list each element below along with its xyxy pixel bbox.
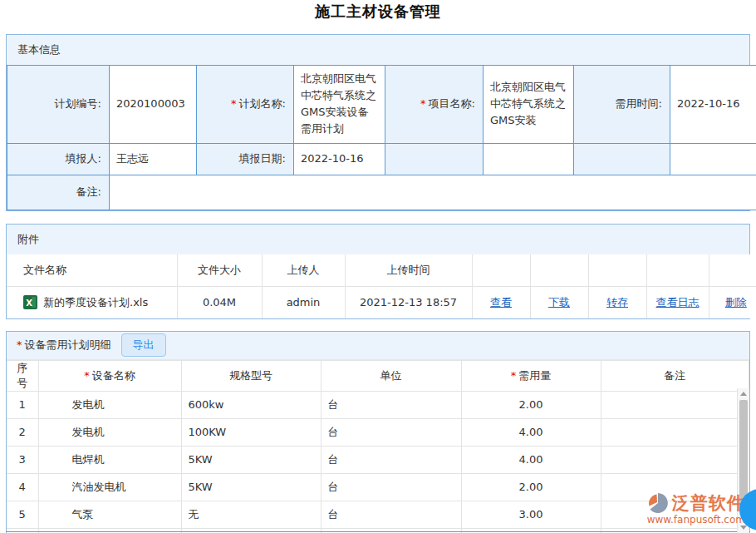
seq-cell: 5 [7, 501, 38, 528]
brand-url: www.fanpusoft.com [647, 514, 745, 526]
table-row: 5 气泵 无 台 3.00 [7, 501, 749, 528]
detail-section: *设备需用计划明细 导出 序号 *设备名称 规格型号 单位 *需用量 备注 1 … [6, 331, 750, 533]
fill-date-value: 2022-10-16 [294, 143, 385, 175]
remark-cell [601, 418, 749, 446]
action-cell: 查看 [472, 287, 530, 318]
field-label: 填报人: [66, 152, 101, 165]
need-time-label: 需用时间: [574, 66, 670, 144]
plan-no-label: 计划编号: [7, 66, 110, 144]
filler-value: 王志远 [110, 143, 197, 175]
field-label: 备注: [76, 185, 101, 198]
file-name-cell: X 新的季度设备计划.xls [7, 287, 177, 318]
qty-cell: 2.00 [461, 473, 601, 501]
seq-cell: 4 [7, 473, 38, 501]
device-name-header: *设备名称 [38, 360, 181, 391]
required-mark: * [84, 369, 90, 382]
action-cell: 转存 [588, 287, 646, 318]
unit-cell: 台 [321, 391, 461, 418]
empty-cell [574, 143, 670, 175]
remark-value [110, 175, 756, 210]
empty-cell [484, 143, 574, 175]
download-link[interactable]: 下载 [548, 296, 570, 308]
device-name-cell: 汽油发电机 [38, 473, 181, 501]
file-name-text: 新的季度设备计划.xls [43, 295, 148, 310]
seq-header: 序号 [7, 360, 38, 391]
svg-text:X: X [26, 299, 32, 308]
qty-cell: 4.00 [461, 418, 601, 446]
spec-cell: 100KW [181, 418, 321, 446]
empty-cell [530, 254, 588, 287]
brand-name: 泛普软件 [672, 491, 745, 515]
empty-cell [588, 254, 646, 287]
remark-cell [601, 391, 749, 418]
header-label: 需用量 [518, 369, 551, 382]
action-cell: 删除 [709, 287, 756, 318]
page-title: 施工主材设备管理 [0, 2, 756, 22]
upload-time-header: 上传时间 [345, 254, 472, 287]
view-log-link[interactable]: 查看日志 [656, 296, 700, 308]
header-label: 设备名称 [92, 369, 135, 382]
qty-cell: 4.00 [461, 446, 601, 473]
unit-header: 单位 [321, 360, 461, 391]
section-bottom-border [6, 531, 750, 532]
table-row: 填报人: 王志远 填报日期: 2022-10-16 [7, 143, 756, 175]
remark-cell [601, 446, 749, 473]
attachments-table: 文件名称 文件大小 上传人 上传时间 X 新的季度设备计划.xls 0.04M … [7, 254, 756, 318]
file-size-cell: 0.04M [177, 287, 262, 318]
table-row: 1 发电机 600kw 台 2.00 [7, 391, 749, 418]
unit-cell: 台 [321, 446, 461, 473]
uploader-header: 上传人 [262, 254, 345, 287]
view-link[interactable]: 查看 [490, 296, 512, 308]
delete-link[interactable]: 删除 [725, 296, 747, 308]
detail-table: 序号 *设备名称 规格型号 单位 *需用量 备注 1 发电机 600kw 台 2… [7, 360, 749, 533]
export-button[interactable]: 导出 [121, 333, 166, 357]
qty-cell: 2.00 [461, 391, 601, 418]
fanpu-logo-icon [647, 492, 669, 514]
field-label: 计划名称: [239, 97, 286, 110]
table-row: 4 汽油发电机 5KW 台 2.00 [7, 473, 749, 501]
spec-cell: 无 [181, 501, 321, 528]
required-mark: * [231, 97, 237, 110]
remark-header: 备注 [601, 360, 749, 391]
empty-cell [646, 254, 709, 287]
filler-label: 填报人: [7, 143, 110, 175]
device-name-cell: 发电机 [38, 391, 181, 418]
seq-cell: 1 [7, 391, 38, 418]
basic-info-table: 计划编号: 2020100003 *计划名称: 北京朝阳区电气中芯特气系统之GM… [7, 65, 756, 210]
excel-icon: X [23, 295, 37, 309]
field-label: 需用时间: [616, 97, 662, 110]
spec-cell: 5KW [181, 473, 321, 501]
detail-section-title-bar: *设备需用计划明细 导出 [7, 332, 749, 360]
spec-cell: 600kw [181, 391, 321, 418]
required-mark: * [17, 338, 22, 351]
seq-cell: 3 [7, 446, 38, 473]
project-name-label: *项目名称: [385, 66, 484, 144]
table-row: 2 发电机 100KW 台 4.00 [7, 418, 749, 446]
attachments-section: 附件 文件名称 文件大小 上传人 上传时间 X 新的季度设备计划.xls [6, 224, 750, 319]
empty-cell [670, 143, 756, 175]
field-label: 项目名称: [429, 97, 475, 110]
table-row: 备注: [7, 175, 756, 210]
plan-name-value: 北京朝阳区电气中芯特气系统之GMS安装设备需用计划 [294, 66, 385, 144]
plan-no-value: 2020100003 [110, 66, 197, 144]
attachments-section-title: 附件 [7, 225, 749, 254]
detail-title-text: 设备需用计划明细 [25, 338, 111, 351]
project-name-value: 北京朝阳区电气中芯特气系统之GMS安装 [484, 66, 574, 144]
table-row: 计划编号: 2020100003 *计划名称: 北京朝阳区电气中芯特气系统之GM… [7, 66, 756, 144]
empty-cell [709, 254, 756, 287]
required-mark: * [511, 369, 517, 382]
spec-header: 规格型号 [181, 360, 321, 391]
transfer-link[interactable]: 转存 [606, 296, 628, 308]
basic-info-section-title: 基本信息 [7, 35, 749, 65]
spec-cell: 5KW [181, 446, 321, 473]
action-cell: 下载 [530, 287, 588, 318]
action-cell: 查看日志 [646, 287, 709, 318]
device-name-cell: 电焊机 [38, 446, 181, 473]
field-label: 填报日期: [239, 152, 286, 165]
detail-section-title: *设备需用计划明细 [17, 338, 111, 353]
unit-cell: 台 [321, 418, 461, 446]
qty-header: *需用量 [461, 360, 601, 391]
scroll-up-icon[interactable] [738, 388, 749, 398]
qty-cell: 3.00 [461, 501, 601, 528]
uploader-cell: admin [262, 287, 345, 318]
